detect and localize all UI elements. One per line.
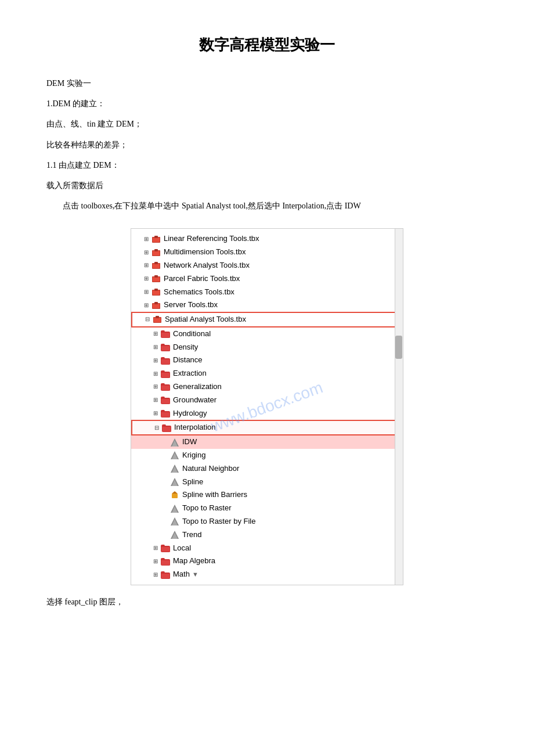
tree-item-parcel[interactable]: ⊞ Parcel Fabric Tools.tbx [131, 272, 403, 286]
expander-map-algebra[interactable]: ⊞ [152, 557, 159, 566]
tree-item-server[interactable]: ⊞ Server Tools.tbx [131, 298, 403, 312]
label-math: Math [173, 568, 190, 581]
folder-icon-math [160, 570, 171, 580]
tree-item-math[interactable]: ⊞ Math ▼ [131, 568, 403, 581]
scrollbar-thumb[interactable] [395, 336, 402, 359]
expander-schematics[interactable]: ⊞ [143, 287, 150, 297]
tool-icon-topo-raster [169, 503, 180, 514]
label-groundwater: Groundwater [173, 394, 217, 406]
label-conditional: Conditional [173, 328, 211, 340]
tree-item-topo-raster-file[interactable]: ⊞ Topo to Raster by File [131, 515, 403, 528]
tool-icon-kriging [169, 450, 180, 460]
folder-icon-distance [160, 355, 171, 366]
expander-groundwater[interactable]: ⊞ [152, 395, 159, 405]
svg-rect-14 [154, 289, 158, 291]
expander-generalization[interactable]: ⊞ [152, 382, 159, 391]
label-local: Local [173, 542, 191, 555]
tree-item-spline-barriers[interactable]: ⊞ Spline with Barriers [131, 488, 403, 502]
tree-item-local[interactable]: ⊞ Local [131, 542, 403, 555]
tree-item-conditional[interactable]: ⊞ Conditional [131, 327, 403, 341]
tool-icon-spline [169, 477, 180, 487]
expander-network[interactable]: ⊞ [143, 261, 150, 270]
para-compare: 比较各种结果的差异； [46, 138, 488, 152]
label-extraction: Extraction [173, 368, 207, 380]
svg-rect-13 [153, 290, 160, 295]
expander-spatial-analyst[interactable]: ⊟ [144, 315, 151, 324]
folder-icon-groundwater [160, 395, 171, 405]
expander-parcel[interactable]: ⊞ [143, 274, 150, 283]
svg-rect-19 [154, 318, 161, 322]
folder-icon-local [160, 543, 171, 553]
tool-icon-spline-barriers [169, 490, 180, 501]
expander-server[interactable]: ⊞ [143, 301, 150, 310]
expander-multidim[interactable]: ⊞ [143, 248, 150, 257]
svg-rect-4 [153, 251, 160, 255]
svg-rect-29 [172, 494, 178, 498]
label-multidim: Multidimension Tools.tbx [164, 246, 246, 258]
tree-item-extraction[interactable]: ⊞ Extraction [131, 367, 403, 380]
toolbox-icon-parcel [151, 273, 161, 284]
label-generalization: Generalization [173, 381, 222, 393]
expander-hydrology[interactable]: ⊞ [152, 409, 159, 418]
label-server: Server Tools.tbx [164, 299, 218, 311]
svg-rect-10 [153, 277, 160, 282]
label-density: Density [173, 341, 198, 354]
expander-linear[interactable]: ⊞ [143, 235, 150, 244]
svg-rect-16 [153, 304, 160, 308]
tree-item-distance[interactable]: ⊞ Distance [131, 354, 403, 367]
svg-rect-2 [154, 236, 158, 238]
svg-rect-11 [154, 275, 158, 278]
tree-item-linear[interactable]: ⊞ Linear Referencing Tools.tbx [131, 232, 403, 246]
scrollbar[interactable] [395, 229, 403, 585]
tree-item-topo-raster[interactable]: ⊞ Topo to Raster [131, 502, 403, 515]
tree-item-density[interactable]: ⊞ Density [131, 341, 403, 354]
para-dem-build: 1.DEM 的建立： [46, 96, 488, 111]
svg-rect-17 [154, 302, 158, 304]
tree-item-hydrology[interactable]: ⊞ Hydrology [131, 407, 403, 420]
svg-marker-30 [172, 491, 178, 494]
label-schematics: Schematics Tools.tbx [164, 286, 234, 298]
tree-item-spline[interactable]: ⊞ Spline [131, 476, 403, 489]
toolbox-icon-schematics [151, 287, 161, 297]
toolbox-icon-server [151, 300, 161, 311]
tool-icon-idw [169, 437, 180, 448]
expander-interpolation[interactable]: ⊟ [153, 423, 160, 433]
label-hydrology: Hydrology [173, 408, 207, 420]
tree-item-spatial-analyst[interactable]: ⊟ Spatial Analyst Tools.tbx [131, 312, 403, 327]
expander-extraction[interactable]: ⊞ [152, 369, 159, 379]
label-idw: IDW [182, 436, 197, 448]
tree-item-schematics[interactable]: ⊞ Schematics Tools.tbx [131, 286, 403, 299]
tree-item-groundwater[interactable]: ⊞ Groundwater [131, 394, 403, 407]
tree-item-generalization[interactable]: ⊞ Generalization [131, 380, 403, 394]
label-spatial-analyst: Spatial Analyst Tools.tbx [165, 314, 246, 326]
label-trend: Trend [182, 529, 201, 541]
tree-item-kriging[interactable]: ⊞ Kriging [131, 449, 403, 462]
folder-icon-conditional [160, 329, 171, 339]
label-spline-barriers: Spline with Barriers [182, 489, 247, 501]
label-linear: Linear Referencing Tools.tbx [164, 233, 259, 245]
expander-math[interactable]: ⊞ [152, 570, 159, 579]
tree-item-idw[interactable]: ⊞ IDW [131, 435, 403, 449]
para-points: 由点、线、tin 建立 DEM； [46, 117, 488, 131]
expander-density[interactable]: ⊞ [152, 343, 159, 352]
folder-icon-hydrology [160, 408, 171, 419]
toolbox-icon-multidim [151, 247, 161, 258]
svg-rect-1 [153, 237, 160, 242]
tree-item-trend[interactable]: ⊞ Trend [131, 528, 403, 542]
label-kriging: Kriging [182, 449, 205, 462]
tree-item-interpolation[interactable]: ⊟ Interpolation [131, 420, 403, 435]
para-section11: 1.1 由点建立 DEM： [46, 158, 488, 172]
label-parcel: Parcel Fabric Tools.tbx [164, 273, 240, 285]
folder-icon-interpolation [161, 423, 172, 433]
tool-icon-natural-neighbor [169, 463, 180, 474]
expander-distance[interactable]: ⊞ [152, 356, 159, 365]
label-spline: Spline [182, 476, 203, 488]
expander-conditional[interactable]: ⊞ [152, 329, 159, 339]
tree-item-map-algebra[interactable]: ⊞ Map Algebra [131, 555, 403, 568]
tree-item-multidim[interactable]: ⊞ Multidimension Tools.tbx [131, 246, 403, 259]
expander-local[interactable]: ⊞ [152, 543, 159, 553]
tree-item-natural-neighbor[interactable]: ⊞ Natural Neighbor [131, 462, 403, 476]
label-network: Network Analyst Tools.tbx [164, 260, 250, 272]
tree-item-network[interactable]: ⊞ Network Analyst Tools.tbx [131, 259, 403, 272]
toolbox-tree: www.bdocx.com ⊞ Linear Referencing Tools… [131, 228, 403, 585]
